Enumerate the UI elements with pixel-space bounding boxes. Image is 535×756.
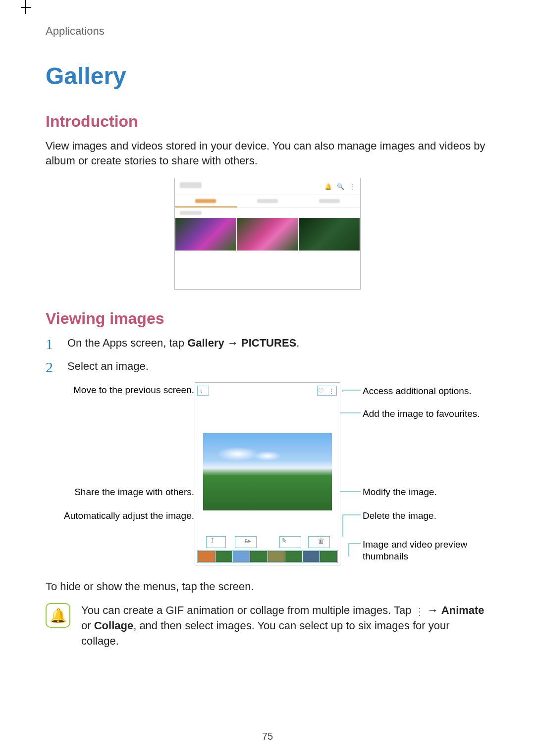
more-icon: ⋮ — [415, 605, 425, 618]
heart-icon: ♡ — [318, 387, 324, 395]
image-view-thumbstrip — [198, 551, 337, 562]
highlight-back — [197, 386, 209, 396]
step-bold: Gallery — [187, 337, 224, 349]
more-icon: ⋮ — [349, 183, 355, 190]
edit-icon: ✎ — [281, 537, 287, 545]
note-mid: → — [425, 604, 441, 616]
bell-icon: 🔔 — [324, 183, 332, 190]
image-view-screenshot: ‹ ♡ ⋮ ⤴ ⌲ ✎ 🗑 — [195, 382, 340, 565]
screenshot-tab-underline — [175, 206, 237, 207]
gallery-grid-screenshot: 🔔 🔍 ⋮ — [174, 178, 361, 290]
screenshot-toolbar-icons: 🔔 🔍 ⋮ — [324, 183, 355, 190]
send-icon: ⌲ — [244, 537, 251, 545]
more-icon: ⋮ — [328, 387, 334, 395]
section-introduction-heading: Introduction — [46, 112, 489, 131]
screenshot-thumbnails — [175, 218, 360, 251]
page-number: 75 — [0, 731, 535, 742]
note-post: , and then select images. You can select… — [81, 619, 450, 647]
step-number: 1 — [46, 336, 58, 352]
trash-icon: 🗑 — [318, 537, 324, 545]
note-join: or — [81, 619, 94, 632]
screenshot-subline — [175, 208, 360, 218]
step-text-post: . — [296, 337, 299, 349]
image-view-photo — [203, 433, 332, 510]
note-text: You can create a GIF animation or collag… — [81, 603, 489, 649]
step-text: Select an image. — [67, 359, 149, 374]
screenshot-tab-active — [175, 195, 237, 207]
note-pre: You can create a GIF animation or collag… — [81, 604, 415, 616]
share-icon: ⤴ — [211, 537, 214, 545]
screenshot-tab — [237, 195, 299, 207]
note-block: 🔔 You can create a GIF animation or coll… — [46, 603, 489, 649]
step-text-pre: On the Apps screen, tap — [67, 337, 187, 349]
screenshot-title-blur — [180, 182, 202, 188]
note-bold-collage: Collage — [94, 619, 133, 632]
search-icon: 🔍 — [337, 183, 344, 190]
back-icon: ‹ — [200, 387, 203, 395]
step-bold: PICTURES — [241, 337, 296, 349]
note-bold-animate: Animate — [441, 604, 484, 616]
step-arrow: → — [224, 337, 241, 349]
step-text: On the Apps screen, tap Gallery → PICTUR… — [67, 336, 299, 351]
screenshot-tab — [298, 195, 360, 207]
step-number: 2 — [46, 359, 58, 375]
breadcrumb: Applications — [46, 25, 489, 38]
introduction-body: View images and videos stored in your de… — [46, 139, 489, 169]
page-title: Gallery — [46, 62, 489, 90]
image-view-diagram: Move to the previous screen. Share the i… — [46, 382, 489, 570]
screenshot-toolbar: 🔔 🔍 ⋮ — [175, 178, 360, 195]
steps: 1 On the Apps screen, tap Gallery → PICT… — [46, 336, 489, 375]
screenshot-thumb — [299, 218, 360, 251]
section-viewing-heading: Viewing images — [46, 309, 489, 328]
page: Applications Gallery Introduction View i… — [0, 0, 535, 756]
image-view-toolbar: ‹ ♡ ⋮ — [195, 383, 340, 399]
step-row: 2 Select an image. — [46, 359, 489, 375]
screenshot-thumb — [237, 218, 298, 251]
screenshot-thumb — [175, 218, 236, 251]
gallery-screenshot-wrapper: 🔔 🔍 ⋮ — [46, 178, 489, 290]
screenshot-tabs — [175, 195, 360, 208]
image-view-bottom-icons: ⤴ ⌲ ✎ 🗑 — [195, 533, 340, 548]
step-row: 1 On the Apps screen, tap Gallery → PICT… — [46, 336, 489, 352]
hide-show-text: To hide or show the menus, tap the scree… — [46, 579, 489, 594]
step-text-pre: Select an image. — [67, 360, 149, 372]
note-bell-icon: 🔔 — [46, 603, 70, 628]
